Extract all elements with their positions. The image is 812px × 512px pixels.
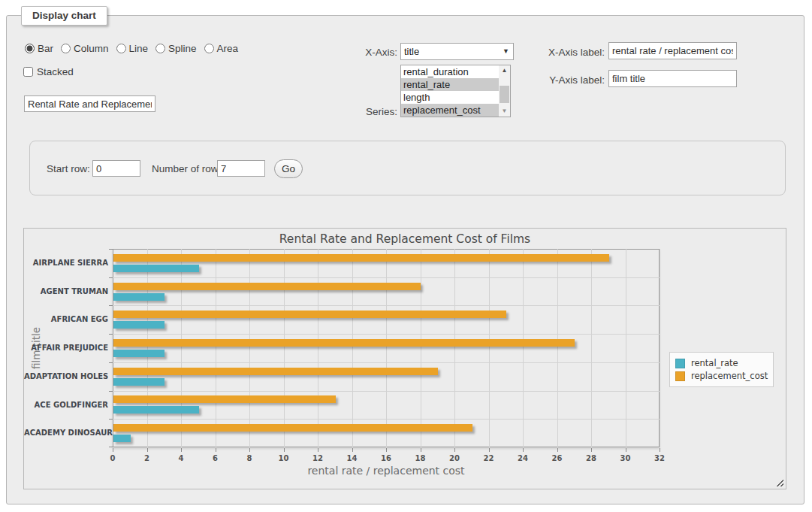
chart-type-label: Line [129,43,149,54]
y-axis-label: ACADEMY DINOSAUR [24,419,108,447]
chart-type-option-column[interactable]: Column [61,43,109,54]
x-tick-mark [660,448,660,452]
chart-legend: rental_ratereplacement_cost [669,352,774,387]
chart-title-input[interactable] [24,95,155,112]
bar-replacement_cost [113,368,438,375]
bar-rental_rate [113,406,199,414]
chart-title: Rental Rate and Replacement Cost of Film… [24,232,786,246]
stacked-checkbox[interactable] [23,67,33,77]
chart-type-option-area[interactable]: Area [204,43,239,54]
series-listbox[interactable]: rental_durationrental_ratelengthreplacem… [400,65,511,117]
series-option[interactable]: length [401,91,499,104]
chart-type-label: Area [217,43,239,54]
series-select-label: Series: [330,106,397,117]
y-axis-label: AFFAIR PREJUDICE [24,334,108,362]
series-option[interactable]: rental_rate [401,78,499,91]
legend-label: rental_rate [691,358,738,368]
display-chart-panel: BarColumnLineSplineArea Stacked X-Axis: … [6,15,804,504]
y-axis-label: ACE GOLDFINGER [24,391,108,420]
x-tick-label: 32 [654,454,665,462]
x-tick-mark [557,448,558,452]
legend-swatch-replacement_cost [675,371,685,381]
plot-area [113,249,660,447]
chart-type-radio[interactable] [155,44,165,53]
y-axis-label: ADAPTATION HOLES [24,362,108,391]
y-axis-label: AFRICAN EGG [24,305,108,334]
x-tick-mark [216,448,216,452]
x-tick-mark [489,448,490,452]
bar-rental_rate [113,435,131,442]
bar-rental_rate [113,321,165,329]
gridline-vertical [216,249,216,447]
x-tick-mark [386,448,387,452]
bar-rental_rate [113,265,199,272]
number-of-rows-input[interactable] [217,160,265,177]
x-axis-label-input[interactable] [608,42,737,59]
start-row-input[interactable] [92,160,140,177]
x-axis-select-wrap: title ▼ [400,43,514,60]
chart-type-label: Spline [168,43,197,54]
chart-type-radio[interactable] [25,44,35,53]
chart-type-label: Bar [38,43,53,54]
gridline-vertical [454,249,455,447]
scroll-down-icon[interactable]: ▼ [499,106,510,117]
legend-item: rental_rate [675,358,768,368]
chart-type-radio[interactable] [116,44,126,53]
scrollbar-thumb[interactable] [500,86,509,103]
x-tick-label: 26 [552,454,563,462]
gridline-horizontal [113,305,660,306]
legend-item: replacement_cost [675,371,768,381]
x-tick-label: 8 [247,454,252,462]
stacked-checkbox-row[interactable]: Stacked [23,66,74,77]
y-axis-label-input[interactable] [608,70,737,87]
start-row-label: Start row: [47,163,90,174]
chart-type-option-line[interactable]: Line [116,43,149,54]
chart-container: Rental Rate and Replacement Cost of Film… [23,228,786,489]
gridline-vertical [318,249,318,447]
bar-rental_rate [113,293,165,301]
gridline-vertical [591,249,592,447]
scroll-up-icon[interactable]: ▲ [499,65,510,76]
x-axis-labels: 02468101214161820222426283032 [113,454,660,463]
x-tick-label: 18 [415,454,426,462]
chart-x-axis-title: rental rate / replacement cost [113,465,660,477]
x-tick-mark [591,448,592,452]
gridline-vertical [660,249,660,447]
gridline-vertical [284,249,285,447]
series-option[interactable]: rental_duration [401,65,499,78]
x-tick-label: 28 [586,454,596,462]
go-button[interactable]: Go [274,159,303,178]
chart-type-radio[interactable] [204,44,214,53]
bar-replacement_cost [113,395,336,403]
chart-type-option-spline[interactable]: Spline [155,43,197,54]
x-tick-label: 20 [449,454,460,462]
x-tick-mark [626,448,626,452]
bar-rental_rate [113,378,165,386]
x-tick-mark [147,448,148,452]
x-axis-ticks [113,447,660,452]
chart-type-label: Column [74,43,109,54]
series-listbox-scrollbar[interactable]: ▲ ▼ [499,65,510,117]
bar-rental_rate [113,350,165,357]
y-axis-labels: AIRPLANE SIERRAAGENT TRUMANAFRICAN EGGAF… [24,249,108,447]
x-tick-label: 6 [213,454,218,462]
legend-swatch-rental_rate [675,359,685,368]
gridline-vertical [249,249,250,447]
gridline-horizontal [113,419,660,420]
bar-replacement_cost [113,254,609,262]
chart-type-radio-group: BarColumnLineSplineArea [25,43,246,54]
chart-type-radio[interactable] [61,44,71,53]
x-tick-mark [249,448,250,452]
chart-type-option-bar[interactable]: Bar [25,43,53,54]
x-tick-mark [352,448,353,452]
gridline-vertical [352,249,353,447]
gridline-vertical [147,249,148,447]
resize-handle-icon[interactable] [776,479,783,486]
legend-label: replacement_cost [691,371,768,381]
series-options: rental_durationrental_ratelengthreplacem… [401,65,510,117]
x-tick-mark [113,448,113,452]
x-tick-mark [523,448,524,452]
x-axis-select[interactable]: title [400,43,514,60]
stacked-label: Stacked [37,66,74,77]
series-option[interactable]: replacement_cost [401,104,499,117]
